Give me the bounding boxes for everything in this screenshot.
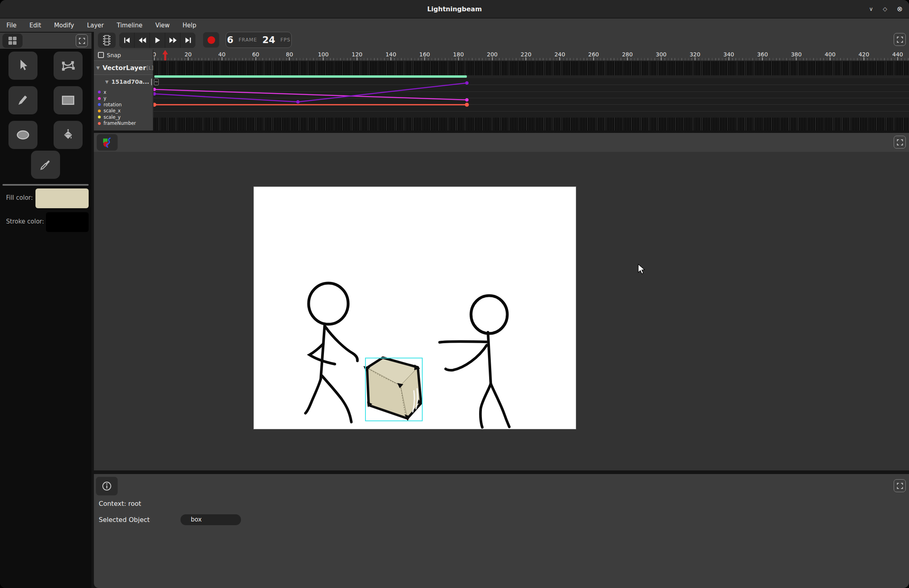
ruler-label-260: 260	[585, 51, 602, 58]
animation-curves[interactable]	[154, 60, 909, 130]
fill-color-label: Fill color:	[6, 194, 33, 201]
menu-item-timeline[interactable]: Timeline	[117, 22, 143, 29]
ruler-label-20: 20	[180, 51, 196, 58]
ruler-label-220: 220	[518, 51, 534, 58]
property-label: x	[104, 89, 106, 95]
timeline-expand-button[interactable]	[894, 33, 906, 46]
maximize-button[interactable]: ◇	[883, 6, 887, 12]
ruler-major-tick	[695, 57, 695, 60]
menubar: FileEditModifyLayerTimelineViewHelp	[0, 18, 909, 32]
collapse-caret-icon[interactable]: ▼	[105, 79, 108, 85]
ruler-label-0: 0	[154, 51, 162, 58]
tool-ellipse-button[interactable]	[8, 121, 37, 149]
property-row-rotation[interactable]: rotation	[94, 101, 153, 108]
property-row-y[interactable]: y	[94, 95, 153, 102]
ruler-major-tick	[323, 57, 324, 60]
film-button[interactable]	[98, 33, 116, 48]
timeline-tracks[interactable]	[154, 60, 909, 130]
canvas-expand-button[interactable]	[894, 136, 906, 149]
property-color-dot	[98, 110, 101, 112]
menu-item-file[interactable]: File	[6, 22, 17, 29]
canvas-tab-button[interactable]	[97, 134, 118, 151]
tool-rectangle-button[interactable]	[54, 86, 83, 114]
ruler-label-420: 420	[856, 51, 872, 58]
layer-row-vectorlayer[interactable]: ▼ VectorLayer [L]	[94, 60, 153, 75]
expand-icon	[79, 38, 85, 44]
ruler-label-80: 80	[281, 51, 297, 58]
curve-y[interactable]	[154, 89, 467, 100]
window-title: Lightningbeam	[427, 5, 482, 13]
timeline-ruler[interactable]: 0204060801001201401601802002202402602803…	[154, 50, 909, 60]
skip-start-button[interactable]	[119, 33, 134, 48]
ruler-major-tick	[661, 57, 662, 60]
inspector-panel: Context: root Selected Object box	[94, 474, 909, 588]
keyframe-x[interactable]	[296, 100, 300, 104]
snap-row: Snap	[94, 50, 153, 60]
rectangle-icon	[62, 95, 75, 105]
titlebar: Lightningbeam ∨◇⊗	[0, 0, 909, 18]
tool-paint-bucket-button[interactable]	[54, 121, 83, 149]
rewind-icon	[138, 37, 147, 44]
selected-object-dropdown[interactable]: box	[181, 514, 241, 525]
layer-row-object[interactable]: ▼ 151ad70a... ~	[94, 76, 153, 88]
curve-x[interactable]	[154, 83, 467, 102]
box-object[interactable]	[363, 358, 422, 421]
menu-item-modify[interactable]: Modify	[54, 22, 74, 29]
rewind-button[interactable]	[135, 33, 149, 48]
layer-wave-toggle-button[interactable]: ~	[154, 79, 159, 85]
fill-color-swatch[interactable]	[35, 188, 89, 208]
fps-unit-label: FPS	[280, 37, 291, 43]
record-button[interactable]	[203, 32, 219, 48]
property-row-x[interactable]: x	[94, 89, 153, 95]
playhead[interactable]	[162, 50, 168, 60]
minimize-button[interactable]: ∨	[869, 6, 873, 12]
ruler-major-tick	[728, 57, 729, 60]
skip-end-button[interactable]	[181, 33, 195, 48]
stroke-color-label: Stroke color:	[6, 218, 44, 225]
layer-extent-bar[interactable]	[154, 75, 467, 78]
menu-item-help[interactable]: Help	[183, 22, 196, 29]
ruler-label-380: 380	[788, 51, 804, 58]
keyframe-frameNumber[interactable]	[465, 103, 469, 107]
keyframe-x[interactable]	[154, 92, 156, 96]
collapse-caret-icon[interactable]: ▼	[96, 65, 100, 70]
play-button[interactable]	[150, 33, 165, 48]
object-layer-name: 151ad70a...	[111, 79, 149, 85]
stick-figure-right[interactable]	[440, 296, 509, 427]
drawing-canvas[interactable]	[253, 186, 576, 429]
property-label: rotation	[104, 102, 122, 108]
keyframe-x[interactable]	[465, 81, 469, 85]
tool-transform-button[interactable]	[54, 52, 83, 80]
menu-item-edit[interactable]: Edit	[29, 22, 41, 29]
keyframe-y[interactable]	[154, 88, 156, 91]
timeline-panel: 6 FRAME 24 FPS 0204060801001201401601802…	[94, 32, 909, 130]
inspector-expand-button[interactable]	[894, 479, 906, 492]
property-row-scale_y[interactable]: scale_y	[94, 114, 153, 120]
ruler-major-tick	[863, 57, 864, 60]
frame-fps-display[interactable]: 6 FRAME 24 FPS	[226, 32, 292, 48]
ruler-label-60: 60	[248, 51, 264, 58]
fast-forward-button[interactable]	[165, 33, 180, 48]
tool-grid-button[interactable]	[2, 33, 23, 48]
property-row-scale_x[interactable]: scale_x	[94, 108, 153, 114]
layer-solid-toggle-button[interactable]	[151, 79, 152, 85]
ruler-major-tick	[559, 57, 560, 60]
menu-item-view[interactable]: View	[155, 22, 170, 29]
tool-select-button[interactable]	[8, 52, 37, 80]
keyframe-y[interactable]	[465, 98, 469, 102]
sidebar-expand-button[interactable]	[76, 34, 88, 47]
shapes-logo-icon	[102, 137, 112, 148]
scene[interactable]	[254, 187, 576, 429]
tool-eyedropper-button[interactable]	[31, 151, 60, 179]
tool-pencil-button[interactable]	[8, 86, 37, 114]
stick-figure-left[interactable]	[305, 283, 357, 422]
property-row-frameNumber[interactable]: frameNumber	[94, 120, 153, 127]
keyframe-frameNumber[interactable]	[154, 103, 156, 107]
canvas-viewport[interactable]	[94, 152, 909, 470]
eyedropper-icon	[39, 159, 52, 171]
close-button[interactable]: ⊗	[897, 6, 903, 12]
menu-item-layer[interactable]: Layer	[87, 22, 104, 29]
info-button[interactable]	[96, 477, 118, 495]
stroke-color-swatch[interactable]	[46, 212, 89, 232]
snap-checkbox[interactable]	[98, 52, 104, 58]
